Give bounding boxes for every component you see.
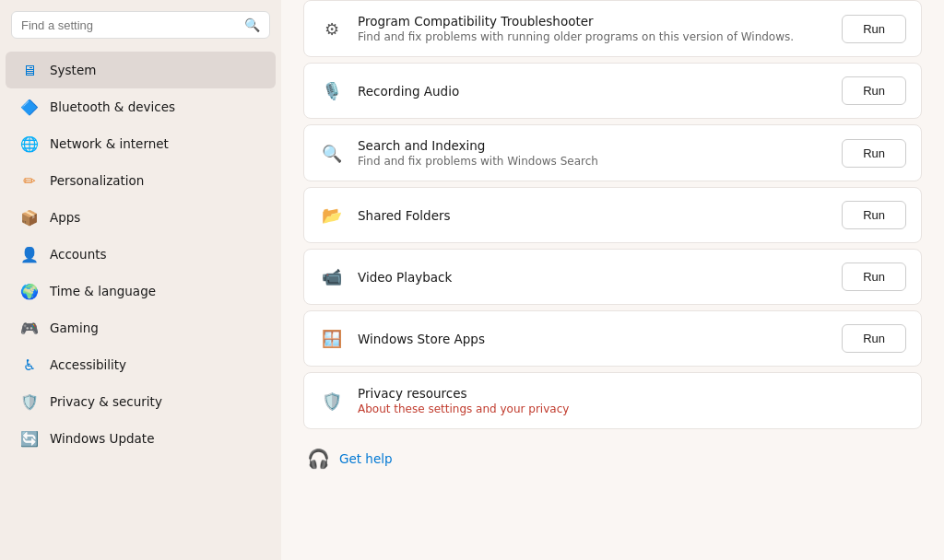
run-button-search-indexing[interactable]: Run <box>842 139 906 168</box>
sidebar-item-network[interactable]: 🌐 Network & internet <box>6 125 276 162</box>
sidebar-item-apps[interactable]: 📦 Apps <box>6 199 276 236</box>
item-icon-recording-audio: 🎙️ <box>319 78 345 104</box>
item-title-video-playback: Video Playback <box>358 270 829 285</box>
item-icon-program-compat: ⚙️ <box>319 16 345 41</box>
nav-label-personalization: Personalization <box>50 173 144 188</box>
nav-icon-privacy: 🛡️ <box>20 392 39 411</box>
nav-icon-accessibility: ♿ <box>20 356 39 374</box>
nav-label-gaming: Gaming <box>50 321 99 335</box>
sidebar-item-time[interactable]: 🌍 Time & language <box>6 273 276 309</box>
nav-icon-accounts: 👤 <box>20 245 39 263</box>
nav-icon-system: 🖥 <box>20 61 39 79</box>
search-icon: 🔍 <box>244 18 260 32</box>
nav-icon-personalization: ✏️ <box>20 171 39 190</box>
sidebar-item-system[interactable]: 🖥 System <box>6 52 276 88</box>
run-button-video-playback[interactable]: Run <box>842 262 906 291</box>
nav-label-update: Windows Update <box>50 431 154 446</box>
sidebar-item-gaming[interactable]: 🎮 Gaming <box>6 309 276 346</box>
nav-list: 🖥 System 🔷 Bluetooth & devices 🌐 Network… <box>0 52 281 457</box>
item-title-program-compat: Program Compatibility Troubleshooter <box>358 14 829 29</box>
sidebar-item-update[interactable]: 🔄 Windows Update <box>6 420 276 457</box>
item-icon-privacy-resources: 🛡️ <box>319 388 345 414</box>
run-button-shared-folders[interactable]: Run <box>842 201 906 229</box>
item-icon-video-playback: 📹 <box>319 264 345 290</box>
item-title-windows-store-apps: Windows Store Apps <box>358 332 829 346</box>
item-subtitle-program-compat: Find and fix problems with running older… <box>358 30 829 43</box>
sidebar: 🔍 🖥 System 🔷 Bluetooth & devices 🌐 Netwo… <box>0 0 281 560</box>
nav-label-accounts: Accounts <box>50 247 107 262</box>
item-icon-shared-folders: 📂 <box>319 203 345 228</box>
item-text-program-compat: Program Compatibility Troubleshooter Fin… <box>358 14 829 43</box>
get-help-icon: 🎧 <box>307 448 330 470</box>
run-button-recording-audio[interactable]: Run <box>842 76 906 105</box>
troubleshooter-row-shared-folders: 📂 Shared Folders Run <box>303 187 922 243</box>
nav-icon-bluetooth: 🔷 <box>20 98 39 116</box>
item-title-privacy-resources: Privacy resources <box>358 386 906 401</box>
sidebar-item-bluetooth[interactable]: 🔷 Bluetooth & devices <box>6 88 276 125</box>
troubleshooter-list: ⚙️ Program Compatibility Troubleshooter … <box>303 0 922 435</box>
item-icon-windows-store-apps: 🪟 <box>319 326 345 352</box>
item-text-search-indexing: Search and Indexing Find and fix problem… <box>358 138 829 168</box>
troubleshooter-row-video-playback: 📹 Video Playback Run <box>303 249 922 305</box>
item-title-search-indexing: Search and Indexing <box>358 138 829 153</box>
item-icon-search-indexing: 🔍 <box>319 140 345 166</box>
search-input[interactable] <box>21 18 237 32</box>
item-text-recording-audio: Recording Audio <box>358 84 829 99</box>
troubleshooter-row-search-indexing: 🔍 Search and Indexing Find and fix probl… <box>303 124 922 181</box>
nav-icon-apps: 📦 <box>20 208 39 227</box>
nav-icon-update: 🔄 <box>20 429 39 448</box>
get-help-section[interactable]: 🎧 Get help <box>303 448 922 470</box>
main-content: ⚙️ Program Compatibility Troubleshooter … <box>281 0 944 560</box>
nav-label-accessibility: Accessibility <box>50 357 126 372</box>
nav-label-network: Network & internet <box>50 136 169 151</box>
nav-label-time: Time & language <box>50 284 156 298</box>
nav-icon-gaming: 🎮 <box>20 319 39 337</box>
sidebar-item-accounts[interactable]: 👤 Accounts <box>6 236 276 273</box>
sidebar-item-accessibility[interactable]: ♿ Accessibility <box>6 346 276 383</box>
troubleshooter-row-privacy-resources: 🛡️ Privacy resources About these setting… <box>303 372 922 429</box>
get-help-text[interactable]: Get help <box>339 451 393 466</box>
item-text-shared-folders: Shared Folders <box>358 208 829 223</box>
run-button-program-compat[interactable]: Run <box>842 15 906 43</box>
run-button-windows-store-apps[interactable]: Run <box>842 324 906 353</box>
item-text-windows-store-apps: Windows Store Apps <box>358 332 829 346</box>
nav-label-privacy: Privacy & security <box>50 394 162 409</box>
item-text-video-playback: Video Playback <box>358 270 829 285</box>
nav-label-apps: Apps <box>50 210 80 225</box>
item-title-recording-audio: Recording Audio <box>358 84 829 99</box>
item-text-privacy-resources: Privacy resources About these settings a… <box>358 386 906 415</box>
nav-icon-network: 🌐 <box>20 134 39 153</box>
sidebar-item-privacy[interactable]: 🛡️ Privacy & security <box>6 383 276 420</box>
item-subtitle-privacy-resources: About these settings and your privacy <box>358 402 906 415</box>
nav-label-system: System <box>50 63 96 77</box>
sidebar-item-personalization[interactable]: ✏️ Personalization <box>6 162 276 199</box>
item-subtitle-search-indexing: Find and fix problems with Windows Searc… <box>358 155 829 168</box>
troubleshooter-row-windows-store-apps: 🪟 Windows Store Apps Run <box>303 310 922 367</box>
nav-icon-time: 🌍 <box>20 282 39 300</box>
troubleshooter-row-program-compat: ⚙️ Program Compatibility Troubleshooter … <box>303 0 922 57</box>
nav-label-bluetooth: Bluetooth & devices <box>50 99 175 114</box>
item-title-shared-folders: Shared Folders <box>358 208 829 223</box>
search-box[interactable]: 🔍 <box>11 11 270 39</box>
troubleshooter-row-recording-audio: 🎙️ Recording Audio Run <box>303 63 922 119</box>
